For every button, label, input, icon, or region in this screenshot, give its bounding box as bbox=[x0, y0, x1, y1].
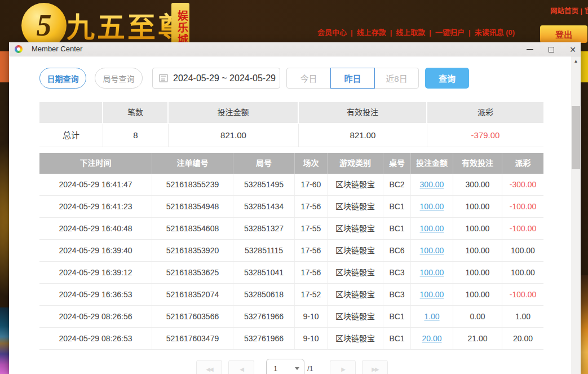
query-bar: 日期查询 局号查询 2024-05-29 ~ 2024-05-29 今日昨日近8… bbox=[39, 68, 469, 89]
table-row: 2024-05-29 08:26:56521617603566532761966… bbox=[39, 306, 543, 328]
quick-range-button-1[interactable]: 昨日 bbox=[330, 68, 375, 89]
calendar-icon bbox=[159, 74, 168, 82]
table-cell: 区块链骰宝 bbox=[328, 196, 383, 217]
table-cell: 17-56 bbox=[295, 262, 328, 283]
table-cell: 2024-05-29 08:26:53 bbox=[39, 328, 152, 349]
bet-amount-link[interactable]: 100.00 bbox=[411, 284, 453, 305]
table-cell: 2024-05-29 16:40:48 bbox=[39, 218, 152, 239]
table-row: 2024-05-29 16:40:48521618354608532851327… bbox=[39, 218, 543, 240]
bet-amount-link[interactable]: 100.00 bbox=[411, 240, 453, 261]
nav-link[interactable]: 线上存款 bbox=[357, 28, 386, 37]
quick-range-button-2[interactable]: 近8日 bbox=[374, 68, 419, 89]
nav-link[interactable]: 一键归户 bbox=[435, 28, 465, 37]
table-cell: -100.00 bbox=[502, 284, 543, 305]
table-cell: 300.00 bbox=[453, 174, 502, 195]
logout-button[interactable]: 登出 bbox=[540, 25, 587, 43]
table-cell: 100.00 bbox=[453, 196, 502, 217]
logo-number: 5 bbox=[37, 8, 52, 43]
table-cell: 区块链骰宝 bbox=[328, 284, 383, 305]
table-cell: 20.00 bbox=[502, 328, 543, 349]
summary-valid-bet: 821.00 bbox=[299, 124, 427, 147]
window-scrollbar[interactable]: ▲ bbox=[571, 56, 581, 374]
table-cell: 532761966 bbox=[233, 306, 295, 327]
table-cell: 17-55 bbox=[295, 218, 328, 239]
table-cell: BC1 bbox=[383, 328, 411, 349]
table-cell: 区块链骰宝 bbox=[328, 174, 383, 195]
summary-payout: -379.00 bbox=[427, 124, 543, 147]
nav-separator: | bbox=[390, 28, 392, 37]
page-select[interactable]: 1 bbox=[266, 359, 304, 374]
bet-amount-link[interactable]: 20.00 bbox=[411, 328, 453, 349]
first-page-icon: ◀◀ bbox=[206, 366, 212, 372]
bet-amount-link[interactable]: 300.00 bbox=[411, 174, 453, 195]
records-header-cell: 游戏类别 bbox=[328, 153, 383, 174]
records-header-row: 下注时间注单编号局号场次游戏类别桌号投注金额有效投注派彩 bbox=[39, 153, 543, 174]
records-body: 2024-05-29 16:41:47521618355239532851495… bbox=[39, 174, 543, 350]
table-cell: 532850618 bbox=[233, 284, 295, 305]
nav-separator: | bbox=[468, 28, 471, 37]
table-cell: 17-60 bbox=[295, 174, 328, 195]
table-cell: 区块链骰宝 bbox=[328, 240, 383, 261]
table-cell: 521618353625 bbox=[152, 262, 233, 283]
app-icon bbox=[15, 45, 23, 53]
bet-amount-link[interactable]: 100.00 bbox=[411, 218, 453, 239]
home-link[interactable]: 网站首页 | 官 bbox=[550, 5, 588, 16]
scrollbar-thumb[interactable] bbox=[572, 106, 580, 169]
table-cell: 17-52 bbox=[295, 284, 328, 305]
date-range-input[interactable]: 2024-05-29 ~ 2024-05-29 bbox=[152, 68, 280, 89]
member-center-window: Member Center ✕ 日期查询 局号查询 2024-05-29 ~ 2… bbox=[9, 42, 581, 374]
table-row: 2024-05-29 16:39:12521618353625532851041… bbox=[39, 262, 543, 284]
background-art-right bbox=[580, 275, 588, 374]
table-row: 2024-05-29 16:39:40521618353920532851115… bbox=[39, 240, 543, 262]
prev-page-icon: ◀ bbox=[240, 366, 243, 372]
table-cell: 532761966 bbox=[233, 328, 295, 349]
maximize-button[interactable] bbox=[543, 42, 560, 56]
bet-amount-link[interactable]: 100.00 bbox=[411, 262, 453, 283]
table-row: 2024-05-29 16:36:53521618352074532850618… bbox=[39, 284, 543, 306]
quick-range-button-0[interactable]: 今日 bbox=[286, 68, 331, 89]
table-cell: -300.00 bbox=[502, 174, 543, 195]
site-logo-coin: 5 bbox=[21, 3, 67, 48]
table-cell: -100.00 bbox=[502, 196, 543, 217]
table-cell: 521618355239 bbox=[152, 174, 233, 195]
date-query-tab[interactable]: 日期查询 bbox=[39, 68, 86, 89]
date-range-value: 2024-05-29 ~ 2024-05-29 bbox=[173, 73, 276, 83]
table-cell: 100.00 bbox=[502, 240, 543, 261]
bet-amount-link[interactable]: 1.00 bbox=[411, 306, 453, 327]
nav-separator: | bbox=[429, 28, 431, 37]
table-cell: 9-10 bbox=[295, 306, 328, 327]
scrollbar-up-arrow[interactable]: ▲ bbox=[571, 56, 581, 66]
nav-link[interactable]: 线上取款 bbox=[396, 28, 425, 37]
table-cell: 2024-05-29 16:41:47 bbox=[39, 174, 152, 195]
nav-link[interactable]: 未读讯息 (0) bbox=[475, 28, 515, 37]
window-titlebar[interactable]: Member Center ✕ bbox=[9, 42, 581, 56]
next-page-icon: ▶ bbox=[341, 366, 344, 372]
last-page-button[interactable]: ▶▶ bbox=[362, 360, 388, 374]
records-header-cell: 注单编号 bbox=[152, 153, 233, 174]
next-page-button[interactable]: ▶ bbox=[330, 360, 356, 374]
table-cell: 100.00 bbox=[453, 218, 502, 239]
table-cell: 区块链骰宝 bbox=[328, 262, 383, 283]
table-row: 2024-05-29 08:26:53521617603479532761966… bbox=[39, 328, 543, 350]
prev-page-button[interactable]: ◀ bbox=[228, 360, 254, 374]
round-query-tab[interactable]: 局号查询 bbox=[95, 68, 143, 89]
table-cell: 21.00 bbox=[453, 328, 502, 349]
table-cell: 2024-05-29 16:36:53 bbox=[39, 284, 152, 305]
table-cell: -100.00 bbox=[502, 218, 543, 239]
table-cell: 100.00 bbox=[453, 240, 502, 261]
table-cell: BC1 bbox=[383, 306, 411, 327]
bet-amount-link[interactable]: 100.00 bbox=[411, 196, 453, 217]
summary-header-row: 笔数投注金额有效投注派彩 bbox=[39, 102, 543, 124]
table-cell: 100.00 bbox=[502, 262, 543, 283]
nav-link[interactable]: 会员中心 bbox=[317, 28, 347, 37]
search-button[interactable]: 查询 bbox=[425, 68, 469, 89]
table-row: 2024-05-29 16:41:23521618354948532851434… bbox=[39, 196, 543, 218]
close-button[interactable]: ✕ bbox=[564, 42, 581, 56]
minimize-button[interactable] bbox=[521, 42, 538, 56]
records-header-cell: 投注金额 bbox=[411, 153, 453, 174]
first-page-button[interactable]: ◀◀ bbox=[196, 360, 222, 374]
records-header-cell: 场次 bbox=[295, 153, 328, 174]
nav-separator: | bbox=[351, 28, 353, 37]
records-header-cell: 有效投注 bbox=[453, 153, 502, 174]
summary-header-cell: 有效投注 bbox=[299, 102, 427, 123]
